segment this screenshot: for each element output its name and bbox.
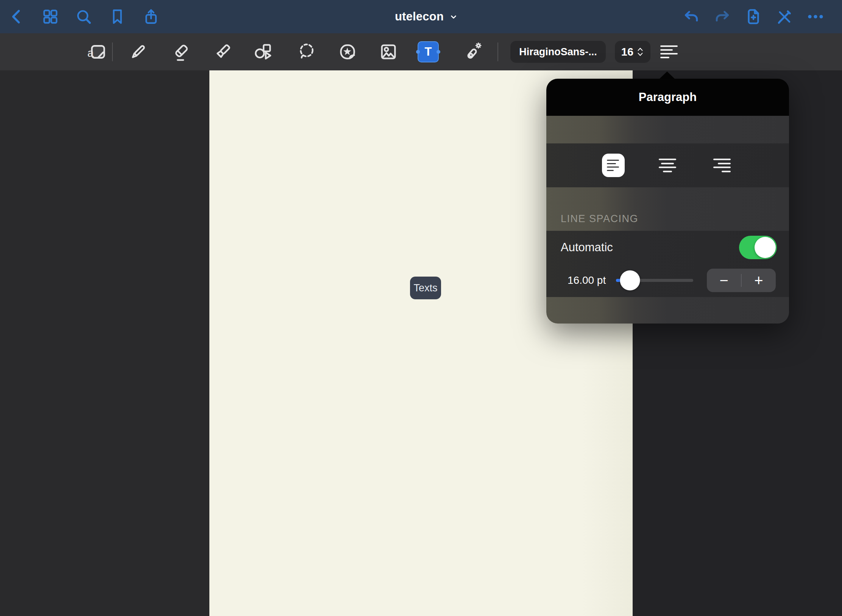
line-spacing-controls: Automatic 16.00 pt − + xyxy=(546,231,789,297)
font-size-stepper[interactable]: 16 xyxy=(615,41,650,63)
spacing-value-label: 16.00 pt xyxy=(568,274,606,286)
eraser-tool-icon[interactable] xyxy=(170,42,191,62)
alignment-row xyxy=(546,143,789,187)
font-size-value: 16 xyxy=(621,46,633,58)
line-spacing-label: LINE SPACING xyxy=(561,213,638,225)
bookmark-icon[interactable] xyxy=(108,8,126,26)
paragraph-popover: Paragraph LINE SPACING Automatic 16.00 p… xyxy=(546,79,789,324)
paragraph-alignment-button[interactable] xyxy=(660,43,678,61)
shapes-tool-icon[interactable] xyxy=(253,42,273,62)
svg-text:a: a xyxy=(87,47,94,59)
share-icon[interactable] xyxy=(142,8,160,26)
font-family-label: HiraginoSans-... xyxy=(519,46,597,58)
selection-handle-right xyxy=(437,50,440,54)
popover-title: Paragraph xyxy=(546,79,789,116)
image-tool-icon[interactable] xyxy=(378,42,399,62)
text-object[interactable]: Texts xyxy=(410,277,441,299)
undo-icon[interactable] xyxy=(682,8,700,26)
readonly-pen-icon[interactable] xyxy=(775,8,794,26)
align-left-button-selected[interactable] xyxy=(602,154,625,177)
automatic-toggle-on[interactable] xyxy=(739,236,777,259)
toggle-knob xyxy=(755,237,776,258)
back-icon[interactable] xyxy=(8,8,26,26)
toolbar-divider xyxy=(112,42,113,61)
toolbar: a T HiraginoSans-... 16 xyxy=(0,33,842,70)
spacing-slider[interactable] xyxy=(616,279,693,282)
pen-tool-icon[interactable] xyxy=(128,42,148,62)
nav-bar: utelecon xyxy=(0,0,842,33)
lasso-tool-icon[interactable] xyxy=(296,42,317,62)
spacing-plus-button[interactable]: + xyxy=(742,269,776,292)
document-title-button[interactable]: utelecon xyxy=(395,10,458,23)
text-tool-letter: T xyxy=(425,45,432,59)
font-family-button[interactable]: HiraginoSans-... xyxy=(510,41,606,63)
line-spacing-section: LINE SPACING xyxy=(546,187,789,231)
chevron-down-icon xyxy=(449,11,458,23)
slider-thumb[interactable] xyxy=(620,271,640,291)
handwriting-convert-icon[interactable]: a xyxy=(86,42,107,62)
elements-tool-icon[interactable] xyxy=(337,42,358,62)
search-icon[interactable] xyxy=(75,8,93,26)
spacing-minus-button[interactable]: − xyxy=(707,269,741,292)
align-center-button[interactable] xyxy=(659,159,676,172)
document-title: utelecon xyxy=(395,10,444,23)
add-page-icon[interactable] xyxy=(744,8,762,26)
popover-spacer xyxy=(546,116,789,143)
selection-handle-left xyxy=(416,50,420,54)
redo-icon[interactable] xyxy=(713,8,731,26)
spacing-stepper: − + xyxy=(707,269,776,292)
highlighter-tool-icon[interactable] xyxy=(212,42,233,62)
toolbar-divider xyxy=(497,42,498,61)
popover-arrow xyxy=(659,72,675,79)
automatic-label: Automatic xyxy=(561,241,613,254)
stepper-chevrons-icon xyxy=(636,45,644,58)
align-right-button[interactable] xyxy=(713,159,731,172)
text-tool-selected[interactable]: T xyxy=(418,41,439,62)
page-thumbnails-icon[interactable] xyxy=(41,8,59,26)
popover-footer xyxy=(546,297,789,324)
laser-pointer-icon[interactable] xyxy=(463,42,484,62)
more-icon[interactable] xyxy=(806,8,825,26)
